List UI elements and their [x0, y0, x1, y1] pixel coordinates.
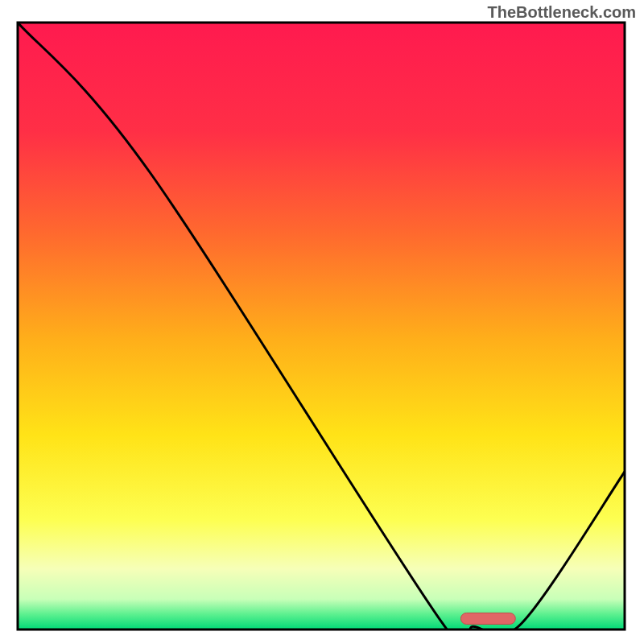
- optimal-marker: [460, 613, 515, 624]
- bottleneck-chart: [0, 0, 644, 644]
- chart-container: TheBottleneck.com: [0, 0, 644, 644]
- plot-background: [18, 23, 625, 630]
- attribution-text: TheBottleneck.com: [488, 3, 636, 22]
